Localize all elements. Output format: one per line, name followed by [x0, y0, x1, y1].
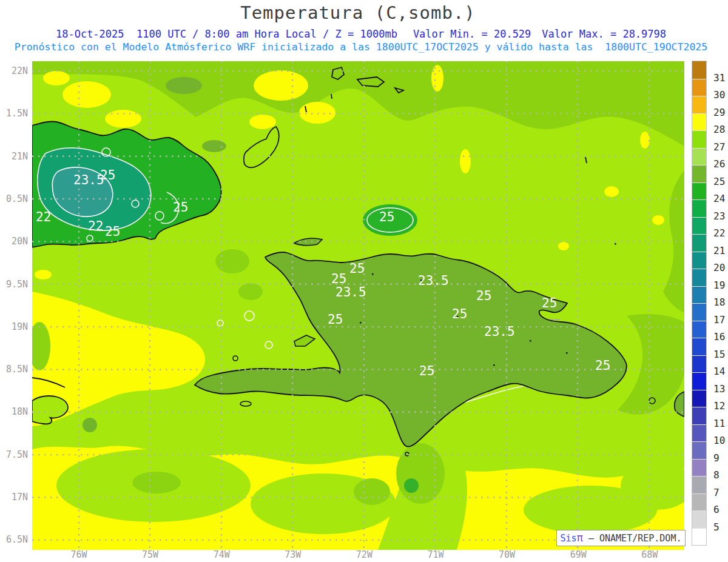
- colorbar-segment: [692, 476, 706, 493]
- contour-label: 22: [88, 219, 103, 233]
- y-axis-label: 6.5N: [0, 534, 28, 545]
- x-axis-label: 72W: [356, 549, 372, 560]
- colorbar-tick-label: 20: [713, 262, 725, 273]
- contour-label: 25: [542, 296, 557, 310]
- colorbar-tick-label: 9: [713, 452, 720, 464]
- contour-label: 25: [379, 210, 394, 224]
- colorbar-segment: [692, 528, 706, 546]
- colorbar-segment: [692, 441, 706, 459]
- colorbar-tick-label: 17: [713, 314, 725, 326]
- colorbar-segment: [692, 234, 706, 252]
- y-axis-label: 21N: [0, 151, 28, 162]
- credit-box: Sisπ – ONAMET/REP.DOM.: [556, 530, 686, 546]
- colorbar-tick-label: 15: [713, 349, 725, 360]
- contour-label: 23.5: [418, 273, 449, 288]
- colorbar-segment: [692, 199, 706, 217]
- contour-label: 25: [173, 200, 188, 215]
- contour-label: 25: [105, 224, 120, 239]
- x-axis-label: 69W: [570, 549, 587, 560]
- contour-label: 22: [36, 210, 51, 224]
- y-axis-label: 1.5N: [0, 108, 28, 119]
- colorbar-tick-label: 23: [713, 210, 725, 222]
- colorbar-tick-label: 31: [713, 72, 725, 84]
- x-axis-label: 70W: [499, 549, 515, 560]
- colorbar-tick-label: 11: [713, 418, 725, 429]
- contour-label: 23.5: [73, 173, 104, 187]
- colorbar-tick-label: 6: [713, 504, 720, 515]
- colorbar-tick-label: 10: [713, 435, 725, 446]
- y-axis-label: 8.5N: [0, 364, 28, 375]
- colorbar-tick-label: 28: [713, 124, 725, 135]
- contour-label: 23.5: [335, 285, 366, 299]
- valor-min-text: Valor Min. = 20.529: [413, 28, 531, 40]
- valor-max-text: Valor Max. = 28.9798: [542, 28, 666, 40]
- y-axis-label: 9.5N: [0, 279, 28, 290]
- colorbar-segment: [692, 130, 706, 148]
- contour-label: 25: [331, 272, 346, 286]
- colorbar-segment: [692, 493, 706, 511]
- pi-symbol: π: [577, 534, 583, 543]
- colorbar-segment: [692, 321, 706, 338]
- colorbar-segment: [692, 165, 706, 182]
- colorbar-tick-label: 24: [713, 193, 725, 204]
- colorbar-segment: [692, 96, 706, 113]
- colorbar-tick-label: 18: [713, 296, 725, 308]
- x-axis-label: 73W: [285, 549, 301, 560]
- colorbar-segment: [692, 338, 706, 355]
- model-info-line: Pronóstico con el Modelo Atmósferico WRF…: [0, 41, 722, 53]
- map-plot-area: 23.5252222252525252523.523.525252523.525…: [32, 61, 684, 550]
- colorbar-segment: [692, 303, 706, 321]
- colorbar-segment: [692, 407, 706, 424]
- y-axis-label: 20N: [0, 236, 28, 247]
- colorbar-segment: [692, 252, 706, 269]
- colorbar-tick-label: 16: [713, 331, 725, 343]
- colorbar-segment: [692, 61, 706, 79]
- y-axis-label: 18N: [0, 406, 28, 417]
- contour-label: 25: [100, 168, 115, 182]
- x-axis-label: 74W: [214, 549, 230, 560]
- colorbar-tick-label: 21: [713, 245, 725, 256]
- colorbar-tick-label: 7: [713, 487, 720, 498]
- colorbar-tick-label: 12: [713, 400, 725, 412]
- y-axis-label: 22N: [0, 65, 28, 76]
- colorbar-tick-label: 25: [713, 176, 725, 187]
- colorbar-segment: [692, 355, 706, 373]
- colorbar-tick-label: 14: [713, 366, 725, 377]
- contour-label: 25: [419, 364, 434, 378]
- colorbar-tick-label: 8: [713, 469, 720, 481]
- x-axis-label: 68W: [641, 549, 658, 560]
- temperature-colorbar: [692, 61, 707, 546]
- mona-island: [649, 398, 655, 404]
- contour-label: 25: [595, 358, 610, 373]
- x-axis-label: 71W: [427, 549, 443, 560]
- y-axis-label: 0.5N: [0, 193, 28, 204]
- colorbar-tick-label: 22: [713, 227, 725, 239]
- colorbar-segment: [692, 510, 706, 528]
- y-axis-label: 7.5N: [0, 449, 28, 460]
- credit-separator: –: [583, 533, 599, 544]
- contour-label: 25: [349, 261, 365, 276]
- colorbar-segment: [692, 424, 706, 442]
- contour-label: 25: [476, 289, 491, 303]
- colorbar-tick-label: 19: [713, 279, 725, 291]
- valid-time-text: 18-Oct-2025 1100 UTC / 8:00 am Hora Loca…: [56, 28, 397, 40]
- colorbar-segment: [692, 217, 706, 235]
- colorbar-tick-label: 5: [713, 521, 720, 533]
- colorbar-segment: [692, 459, 706, 477]
- forecast-datetime-line: 18-Oct-2025 1100 UTC / 8:00 am Hora Loca…: [0, 28, 722, 40]
- page-title: Temperatura (C,somb.): [0, 2, 716, 23]
- colorbar-segment: [692, 286, 706, 304]
- colorbar-segment: [692, 148, 706, 166]
- colorbar-segment: [692, 372, 706, 390]
- contour-label: 23.5: [484, 324, 515, 339]
- x-axis-label: 76W: [70, 549, 87, 560]
- colorbar-tick-label: 29: [713, 107, 725, 118]
- contour-label: 25: [452, 307, 467, 321]
- temperature-map: 23.5252222252525252523.523.525252523.525…: [32, 61, 684, 550]
- weather-map-page: Temperatura (C,somb.) 18-Oct-2025 1100 U…: [0, 0, 728, 562]
- credit-org: ONAMET/REP.DOM.: [599, 533, 681, 544]
- colorbar-tick-label: 27: [713, 141, 725, 153]
- colorbar-segment: [692, 113, 706, 131]
- colorbar-tick-label: 26: [713, 158, 725, 170]
- colorbar-tick-label: 13: [713, 383, 725, 395]
